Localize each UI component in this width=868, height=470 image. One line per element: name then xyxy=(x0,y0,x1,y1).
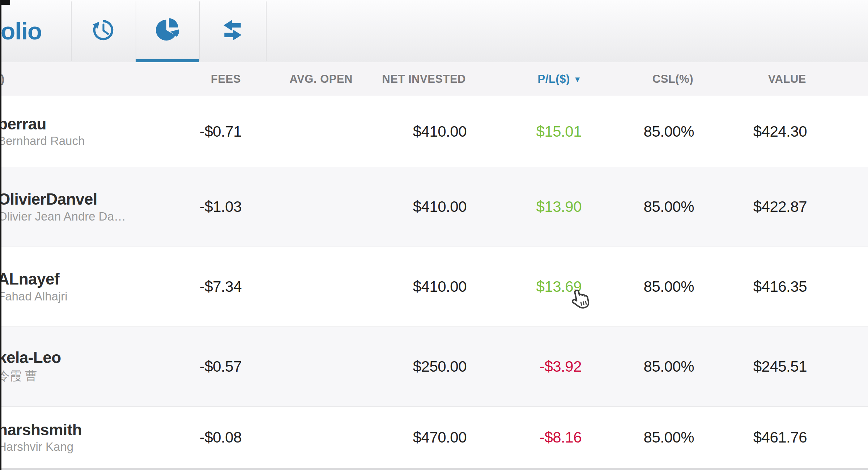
table-row[interactable]: kela-Leo 令霞 曹 -$0.57 $250.00 -$3.92 85.0… xyxy=(0,326,868,406)
row-fullname: Fahad Alhajri xyxy=(0,289,222,303)
trader-name-cell: OlivierDanvel Olivier Jean Andre Da… xyxy=(0,191,222,223)
table-row[interactable]: harshsmith Harshvir Kang -$0.08 $470.00 … xyxy=(0,406,868,468)
cell-pl: $15.01 xyxy=(536,123,582,140)
header-pl-label: P/L($) xyxy=(538,73,570,85)
row-username[interactable]: berrau xyxy=(0,115,222,132)
sort-desc-icon: ▼ xyxy=(574,75,582,84)
topbar: olio xyxy=(0,0,868,63)
tab-allocation[interactable] xyxy=(136,0,199,62)
cell-fees: -$7.34 xyxy=(200,278,242,295)
row-username[interactable]: OlivierDanvel xyxy=(0,191,222,208)
cell-pl[interactable]: $13.69 xyxy=(536,278,582,295)
cell-pl: -$3.92 xyxy=(540,358,582,375)
tab-divider xyxy=(266,1,267,61)
header-pl-sorted[interactable]: P/L($)▼ xyxy=(538,73,582,86)
cell-csl: 85.00% xyxy=(644,198,694,215)
cell-net-invested: $470.00 xyxy=(413,429,467,446)
trader-name-cell: harshsmith Harshvir Kang xyxy=(0,421,222,454)
corner-notch xyxy=(0,0,10,5)
cell-value: $424.30 xyxy=(753,123,807,140)
cell-value: $461.76 xyxy=(753,429,807,446)
header-csl[interactable]: CSL(%) xyxy=(652,73,693,86)
header-fees[interactable]: FEES xyxy=(211,73,241,86)
active-tab-underline xyxy=(136,59,199,62)
tab-transactions[interactable] xyxy=(199,0,266,62)
cell-pl: $13.90 xyxy=(536,198,582,215)
cell-net-invested: $410.00 xyxy=(413,278,467,295)
cell-csl: 85.00% xyxy=(644,123,694,140)
cell-net-invested: $410.00 xyxy=(413,198,467,215)
row-fullname: Olivier Jean Andre Da… xyxy=(0,209,222,223)
cell-csl: 85.00% xyxy=(644,429,694,446)
cell-fees: -$0.08 xyxy=(200,429,242,446)
row-fullname: Bernhard Rauch xyxy=(0,134,222,148)
cell-fees: -$0.57 xyxy=(200,358,242,375)
bottom-edge xyxy=(0,468,868,470)
row-username[interactable]: ALnayef xyxy=(0,270,222,288)
page-title-fragment: olio xyxy=(1,0,42,62)
cell-value: $245.51 xyxy=(753,358,807,375)
cell-csl: 85.00% xyxy=(644,358,694,375)
history-clock-icon xyxy=(92,18,115,42)
table-row[interactable]: OlivierDanvel Olivier Jean Andre Da… -$1… xyxy=(0,167,868,247)
header-value[interactable]: VALUE xyxy=(768,73,806,86)
portfolio-screen: olio ) xyxy=(0,0,868,470)
cell-net-invested: $410.00 xyxy=(413,123,467,140)
row-username[interactable]: harshsmith xyxy=(0,421,222,438)
cell-net-invested: $250.00 xyxy=(413,358,467,375)
left-edge xyxy=(0,0,1,470)
trader-name-cell: berrau Bernhard Rauch xyxy=(0,115,222,148)
header-net-invested[interactable]: NET INVESTED xyxy=(382,73,466,86)
cell-value: $422.87 xyxy=(753,198,807,215)
transfer-arrows-icon xyxy=(221,18,244,42)
cell-csl: 85.00% xyxy=(644,278,694,295)
table-row[interactable]: berrau Bernhard Rauch -$0.71 $410.00 $15… xyxy=(0,96,868,167)
pie-chart-icon xyxy=(155,18,180,42)
cell-pl: -$8.16 xyxy=(540,429,582,446)
header-avg-open[interactable]: AVG. OPEN xyxy=(290,73,353,86)
table-row[interactable]: ALnayef Fahad Alhajri -$7.34 $410.00 $13… xyxy=(0,247,868,326)
trader-name-cell: kela-Leo 令霞 曹 xyxy=(0,349,222,384)
row-username[interactable]: kela-Leo xyxy=(0,349,222,366)
cell-fees: -$1.03 xyxy=(200,198,242,215)
row-fullname: 令霞 曹 xyxy=(0,368,222,384)
tab-history[interactable] xyxy=(71,0,136,62)
table-header-row: ) FEES AVG. OPEN NET INVESTED P/L($)▼ CS… xyxy=(0,62,868,96)
cell-value: $416.35 xyxy=(753,278,807,295)
row-fullname: Harshvir Kang xyxy=(0,440,222,454)
trader-name-cell: ALnayef Fahad Alhajri xyxy=(0,270,222,303)
cell-fees: -$0.71 xyxy=(200,123,242,140)
